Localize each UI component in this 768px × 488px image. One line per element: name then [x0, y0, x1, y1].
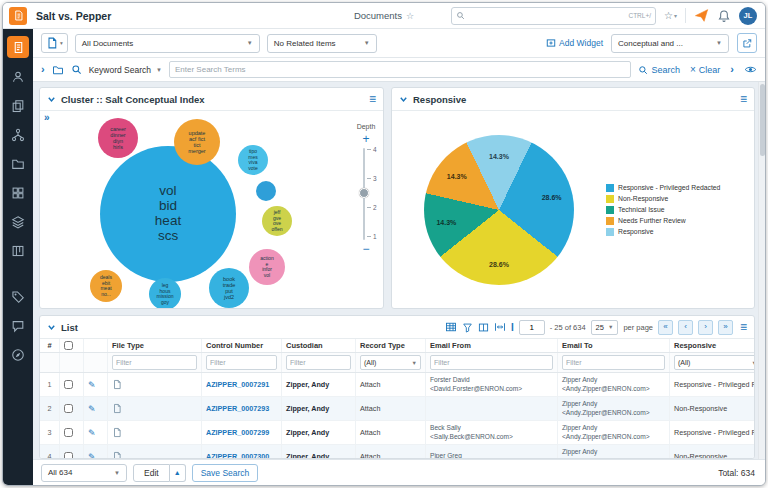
- select-all-checkbox[interactable]: [64, 341, 73, 350]
- filter-email-to[interactable]: [562, 355, 665, 370]
- cluster-bubble[interactable]: tipomesvivavote: [238, 145, 268, 175]
- legend-item[interactable]: Technical Issue: [606, 206, 746, 214]
- edit-icon[interactable]: ✎: [88, 452, 96, 460]
- sidebar-item-folders[interactable]: [7, 154, 29, 174]
- chevron-down-icon[interactable]: [47, 323, 56, 332]
- cluster-bubble[interactable]: dealsebitmeatno...: [90, 270, 122, 302]
- global-search-input[interactable]: [468, 11, 625, 20]
- search-folder-icon[interactable]: [52, 64, 64, 76]
- col-control-number[interactable]: Control Number: [202, 339, 282, 352]
- selection-scope-dropdown[interactable]: All 634▼: [41, 464, 127, 482]
- open-external-button[interactable]: [737, 33, 757, 53]
- table-settings-icon[interactable]: [445, 321, 457, 333]
- responsive-menu-icon[interactable]: ≡: [740, 93, 747, 105]
- control-number-link[interactable]: AZIPPER_0007300: [202, 445, 282, 459]
- first-page-button[interactable]: «: [658, 320, 673, 335]
- sidebar-item-kanban[interactable]: [7, 241, 29, 261]
- filter-email-from[interactable]: [430, 355, 553, 370]
- text-select-icon[interactable]: I: [511, 322, 514, 333]
- last-page-button[interactable]: »: [718, 320, 733, 335]
- sidebar-item-documents[interactable]: [7, 36, 29, 58]
- col-num[interactable]: #: [40, 339, 60, 352]
- page-number-input[interactable]: [519, 320, 545, 335]
- table-row[interactable]: 4✎AZIPPER_0007300Zipper, AndyAttachPiper…: [40, 445, 754, 459]
- add-widget-button[interactable]: Add Widget: [546, 38, 603, 48]
- cluster-bubble[interactable]: [256, 181, 276, 201]
- depth-increase-button[interactable]: +: [362, 133, 369, 145]
- col-custodian[interactable]: Custodian: [282, 339, 356, 352]
- table-row[interactable]: 3✎AZIPPER_0007299Zipper, AndyAttachBeck …: [40, 421, 754, 445]
- table-row[interactable]: 2✎AZIPPER_0007293Zipper, AndyAttachZippe…: [40, 397, 754, 421]
- document-actions-button[interactable]: ▾: [41, 33, 68, 53]
- search-type-icon[interactable]: [71, 64, 82, 75]
- collapse-chevron[interactable]: ›: [730, 64, 734, 75]
- sidebar-item-explore[interactable]: [7, 345, 29, 365]
- cluster-bubble[interactable]: updateacf ficttictmerger: [174, 119, 220, 165]
- edit-menu-caret[interactable]: ▲: [170, 464, 186, 482]
- sidebar-item-layers[interactable]: [7, 212, 29, 232]
- bell-icon[interactable]: [717, 9, 731, 23]
- sidebar-item-chat[interactable]: [7, 316, 29, 336]
- control-number-link[interactable]: AZIPPER_0007299: [202, 421, 282, 444]
- row-checkbox[interactable]: [64, 452, 73, 459]
- fit-width-icon[interactable]: [494, 321, 506, 333]
- legend-item[interactable]: Responsive: [606, 228, 746, 236]
- page-size-dropdown[interactable]: 25▼: [591, 320, 619, 335]
- send-icon[interactable]: [694, 8, 709, 23]
- pie-chart[interactable]: 14.3%28.6%28.6%14.3%14.3%: [424, 135, 574, 285]
- row-checkbox[interactable]: [64, 380, 73, 389]
- filter-custodian[interactable]: [286, 355, 351, 370]
- row-checkbox[interactable]: [64, 428, 73, 437]
- dashboard-layout-dropdown[interactable]: Conceptual and ...▼: [611, 34, 729, 53]
- sidebar-item-grid[interactable]: [7, 183, 29, 203]
- run-search-button[interactable]: Search: [638, 65, 680, 75]
- sidebar-item-tags[interactable]: [7, 287, 29, 307]
- filter-icon[interactable]: [462, 322, 473, 333]
- sidebar-item-users[interactable]: [7, 67, 29, 87]
- row-checkbox[interactable]: [64, 404, 73, 413]
- cluster-bubble[interactable]: volbidheatscs: [100, 146, 236, 282]
- table-row[interactable]: 1✎AZIPPER_0007291Zipper, AndyAttachForst…: [40, 373, 754, 397]
- filter-record-type-dropdown[interactable]: (All)▼: [360, 355, 421, 370]
- cluster-bubble[interactable]: leghousmissiongoy: [149, 278, 181, 308]
- control-number-link[interactable]: AZIPPER_0007291: [202, 373, 282, 396]
- col-email-from[interactable]: Email From: [426, 339, 558, 352]
- control-number-link[interactable]: AZIPPER_0007293: [202, 397, 282, 420]
- nav-documents[interactable]: Documents: [354, 10, 402, 21]
- filter-file-type[interactable]: [112, 355, 197, 370]
- filter-responsive-dropdown[interactable]: (All)▼: [674, 355, 755, 370]
- prev-page-button[interactable]: ‹: [678, 320, 693, 335]
- filter-control-number[interactable]: [206, 355, 277, 370]
- eye-icon[interactable]: [744, 63, 757, 76]
- related-items-dropdown[interactable]: No Related Items▼: [267, 34, 377, 53]
- document-scope-dropdown[interactable]: All Documents▼: [75, 34, 260, 53]
- cluster-bubble[interactable]: careerdinnerdiynhirls: [98, 118, 138, 158]
- expand-search-chevron[interactable]: ›: [41, 64, 45, 75]
- edit-icon[interactable]: ✎: [88, 404, 96, 414]
- edit-icon[interactable]: ✎: [88, 428, 96, 438]
- legend-item[interactable]: Non-Responsive: [606, 195, 746, 203]
- columns-icon[interactable]: [478, 322, 489, 333]
- user-avatar[interactable]: JL: [739, 7, 757, 25]
- app-logo-icon[interactable]: [9, 7, 27, 25]
- cluster-bubble[interactable]: actioneinforvol: [249, 249, 285, 285]
- content-scrollbar[interactable]: [758, 82, 765, 459]
- save-search-button[interactable]: Save Search: [192, 464, 259, 482]
- cluster-bubble[interactable]: booktradeputjvd2: [209, 268, 249, 308]
- chevron-down-icon[interactable]: [47, 95, 56, 104]
- depth-decrease-button[interactable]: −: [362, 243, 369, 255]
- sidebar-item-hierarchy[interactable]: [7, 125, 29, 145]
- edit-icon[interactable]: ✎: [88, 380, 96, 390]
- depth-slider-thumb[interactable]: [359, 188, 369, 198]
- col-email-to[interactable]: Email To: [558, 339, 670, 352]
- global-search-box[interactable]: CTRL+/: [451, 7, 656, 25]
- col-file-type[interactable]: File Type: [108, 339, 202, 352]
- legend-item[interactable]: Responsive - Privileged Redacted: [606, 184, 746, 192]
- clear-search-button[interactable]: × Clear: [690, 65, 720, 75]
- scrollbar-thumb[interactable]: [760, 84, 765, 156]
- edit-button[interactable]: Edit: [133, 464, 170, 482]
- col-record-type[interactable]: Record Type: [356, 339, 426, 352]
- list-menu-icon[interactable]: ≡: [740, 321, 747, 333]
- favorite-star-icon[interactable]: ☆: [406, 11, 414, 21]
- col-responsive[interactable]: Responsive: [670, 339, 755, 352]
